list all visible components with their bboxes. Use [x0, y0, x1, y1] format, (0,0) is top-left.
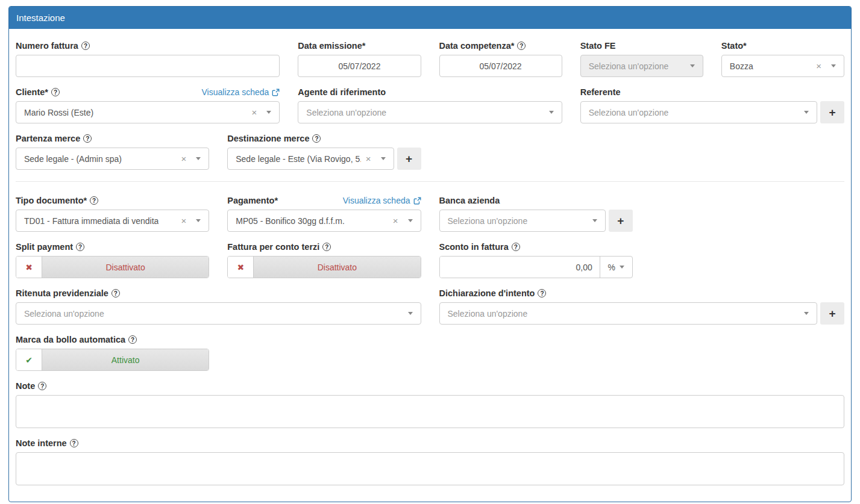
split-payment-toggle[interactable]: ✖ Disattivato	[16, 256, 209, 278]
form-row-3: Partenza merce? Sede legale - (Admin spa…	[16, 133, 844, 170]
numero-fattura-input[interactable]	[16, 55, 280, 77]
data-competenza-label: Data competenza*	[439, 41, 515, 51]
marca-da-bollo-toggle[interactable]: ✔ Attivato	[16, 349, 209, 371]
field-numero-fattura: Numero fattura?	[16, 40, 280, 77]
referente-placeholder: Seleziona un'opzione	[589, 108, 669, 117]
external-link-icon	[413, 197, 421, 205]
form-row-note: Note?	[16, 381, 844, 428]
help-icon[interactable]: ?	[51, 88, 60, 96]
stato-value: Bozza	[730, 61, 753, 71]
toggle-on-icon: ✔	[16, 349, 42, 370]
field-note-interne: Note interne?	[16, 438, 844, 485]
ritenuta-previdenziale-select[interactable]: Seleziona un'opzione	[16, 302, 421, 325]
panel-body: Numero fattura? Data emissione* Data com…	[9, 29, 851, 502]
field-pagamento: Pagamento* Visualizza scheda MP05 - Boni…	[227, 195, 421, 232]
form-row-7: Marca da bollo automatica? ✔ Attivato	[16, 334, 844, 371]
partenza-merce-select[interactable]: Sede legale - (Admin spa) ×	[16, 148, 209, 170]
clear-icon[interactable]: ×	[176, 154, 191, 163]
section-divider	[16, 181, 844, 182]
stato-select[interactable]: Bozza ×	[721, 55, 844, 77]
note-interne-textarea[interactable]	[16, 452, 844, 485]
help-icon[interactable]: ?	[128, 335, 137, 344]
dichiarazione-intento-label: Dichiarazione d'intento	[439, 288, 535, 298]
field-split-payment: Split payment? ✖ Disattivato	[16, 241, 209, 278]
ritenuta-previdenziale-placeholder: Seleziona un'opzione	[24, 309, 104, 319]
stato-fe-select: Seleziona un'opzione	[580, 55, 703, 77]
add-dichiarazione-button[interactable]: +	[820, 302, 844, 325]
sconto-fattura-input[interactable]	[440, 257, 600, 278]
dichiarazione-intento-select[interactable]: Seleziona un'opzione	[439, 302, 818, 325]
help-icon[interactable]: ?	[538, 289, 546, 297]
field-dichiarazione-intento: Dichiarazione d'intento? Seleziona un'op…	[439, 288, 845, 325]
field-banca-azienda: Banca azienda Seleziona un'opzione +	[439, 195, 633, 232]
cliente-visualizza-scheda-link[interactable]: Visualizza scheda	[202, 87, 280, 97]
external-link-icon	[272, 89, 280, 96]
add-banca-button[interactable]: +	[609, 210, 633, 232]
form-row-4: Tipo documento*? TD01 - Fattura immediat…	[16, 195, 844, 232]
help-icon[interactable]: ?	[111, 289, 120, 297]
destinazione-merce-select[interactable]: Sede legale - Este (Via Rovigo, 5... ×	[227, 148, 394, 170]
sconto-fattura-group: %	[439, 256, 633, 278]
data-competenza-input[interactable]	[439, 55, 562, 77]
referente-select[interactable]: Seleziona un'opzione	[580, 101, 817, 123]
help-icon[interactable]: ?	[83, 134, 92, 143]
field-referente: Referente Seleziona un'opzione +	[580, 87, 844, 123]
panel-header: Intestazione	[9, 7, 851, 29]
stato-label: Stato*	[721, 41, 747, 51]
cliente-value: Mario Rossi (Este)	[24, 108, 93, 117]
data-emissione-input[interactable]	[298, 55, 421, 77]
help-icon[interactable]: ?	[38, 382, 46, 390]
form-row-note-interne: Note interne?	[16, 438, 844, 485]
field-destinazione-merce: Destinazione merce? Sede legale - Este (…	[227, 133, 421, 170]
add-referente-button[interactable]: +	[820, 101, 844, 123]
clear-icon[interactable]: ×	[176, 216, 191, 225]
destinazione-merce-label: Destinazione merce	[227, 134, 309, 143]
clear-icon[interactable]: ×	[388, 216, 403, 225]
clear-icon[interactable]: ×	[247, 108, 262, 117]
field-data-emissione: Data emissione*	[298, 40, 421, 77]
help-icon[interactable]: ?	[312, 134, 321, 143]
help-icon[interactable]: ?	[90, 196, 98, 205]
form-row-5: Split payment? ✖ Disattivato Fattura per…	[16, 241, 844, 278]
intestazione-panel: Intestazione Numero fattura? Data emissi…	[8, 6, 852, 502]
help-icon[interactable]: ?	[81, 42, 90, 50]
help-icon[interactable]: ?	[512, 243, 520, 251]
form-row-1: Numero fattura? Data emissione* Data com…	[16, 40, 844, 77]
clear-icon[interactable]: ×	[361, 154, 376, 163]
field-cliente: Cliente*? Visualizza scheda Mario Rossi …	[16, 87, 280, 123]
chevron-down-icon	[799, 111, 809, 114]
sconto-unit-select[interactable]: %	[600, 257, 632, 278]
cliente-label: Cliente*	[16, 87, 48, 97]
partenza-merce-label: Partenza merce	[16, 134, 80, 143]
field-tipo-documento: Tipo documento*? TD01 - Fattura immediat…	[16, 195, 209, 232]
fattura-conto-terzi-toggle[interactable]: ✖ Disattivato	[227, 256, 421, 278]
help-icon[interactable]: ?	[76, 243, 84, 251]
note-label: Note	[16, 381, 35, 391]
data-emissione-label: Data emissione*	[298, 41, 365, 51]
field-note: Note?	[16, 381, 844, 428]
help-icon[interactable]: ?	[70, 439, 78, 447]
pagamento-visualizza-scheda-link[interactable]: Visualizza scheda	[343, 196, 421, 205]
help-icon[interactable]: ?	[517, 42, 526, 50]
cliente-select[interactable]: Mario Rossi (Este) ×	[16, 101, 280, 123]
chevron-down-icon	[826, 64, 836, 67]
field-fattura-conto-terzi: Fattura per conto terzi? ✖ Disattivato	[227, 241, 421, 278]
stato-fe-label: Stato FE	[580, 41, 616, 51]
clear-icon[interactable]: ×	[811, 61, 826, 70]
chevron-down-icon	[191, 157, 201, 160]
form-row-6: Ritenuta previdenziale? Seleziona un'opz…	[16, 288, 844, 325]
tipo-documento-select[interactable]: TD01 - Fattura immediata di vendita ×	[16, 210, 209, 232]
pagamento-select[interactable]: MP05 - Bonifico 30gg d.f.f.m. ×	[227, 210, 421, 232]
help-icon[interactable]: ?	[322, 243, 331, 251]
note-textarea[interactable]	[16, 395, 844, 428]
sconto-fattura-label: Sconto in fattura	[439, 242, 509, 252]
ritenuta-previdenziale-label: Ritenuta previdenziale	[16, 288, 108, 298]
banca-azienda-placeholder: Seleziona un'opzione	[448, 216, 528, 226]
chevron-down-icon	[191, 219, 201, 222]
add-destinazione-button[interactable]: +	[397, 148, 421, 170]
field-sconto-fattura: Sconto in fattura? %	[439, 241, 633, 278]
banca-azienda-select[interactable]: Seleziona un'opzione	[439, 210, 606, 232]
agente-riferimento-select[interactable]: Seleziona un'opzione	[298, 101, 562, 123]
sconto-unit-value: %	[608, 263, 615, 272]
field-ritenuta-previdenziale: Ritenuta previdenziale? Seleziona un'opz…	[16, 288, 421, 325]
